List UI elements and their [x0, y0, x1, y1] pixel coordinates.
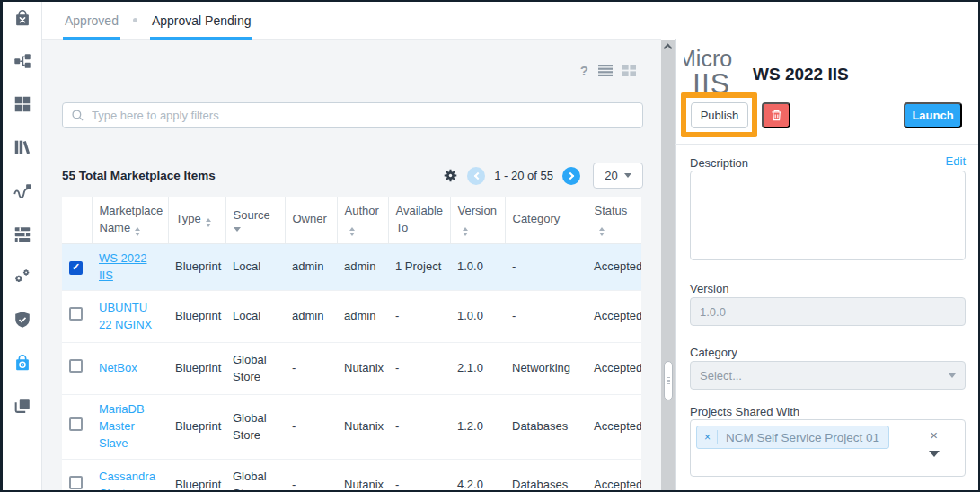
column-header-source[interactable]: Source — [225, 197, 285, 243]
row-checkbox[interactable] — [69, 359, 83, 373]
cell-name: Cassandra Cluster — [92, 459, 168, 492]
sidebar-item-runbooks[interactable] — [13, 180, 32, 200]
apps-grid-icon — [13, 94, 32, 114]
tab-approved[interactable]: Approved — [63, 2, 120, 40]
table-settings-gear-icon[interactable] — [443, 168, 458, 183]
app-window: Approved Approval Pending ? 55 Tot — [0, 0, 980, 492]
remove-tag-icon[interactable]: × — [704, 431, 711, 444]
table-row[interactable]: Cassandra ClusterBlueprintGlobal Store-N… — [62, 459, 641, 492]
version-input[interactable] — [690, 297, 966, 326]
tab-separator-dot — [133, 18, 137, 22]
cell-status: Accepted — [587, 459, 641, 492]
cell-source: Local — [225, 243, 285, 291]
delete-button[interactable] — [762, 102, 790, 128]
column-header-type[interactable]: Type — [168, 197, 225, 243]
column-header-available-to: Available To — [388, 197, 450, 243]
scrollbar-thumb[interactable] — [664, 361, 673, 400]
view-tools: ? — [580, 63, 636, 78]
item-logo-text-bottom: IIS — [693, 67, 740, 94]
cell-author: Nutanix — [337, 343, 388, 395]
sidebar-item-settings[interactable] — [13, 267, 32, 286]
projects-multiselect[interactable]: × NCM Self Service Project 01 × — [690, 419, 966, 477]
category-select[interactable]: Select... — [690, 361, 966, 390]
table-row[interactable]: UBUNTU 22 NGINXBlueprintLocaladminadmin-… — [62, 291, 641, 343]
page-size-value: 20 — [605, 169, 617, 182]
cell-available-to: - — [388, 343, 450, 395]
marketplace-item-link[interactable]: NetBox — [99, 361, 137, 374]
cell-category: Databases — [505, 395, 587, 460]
cell-status: Accepted — [587, 343, 641, 395]
detail-panel: Micro IIS WS 2022 IIS Publish Launch Des… — [675, 2, 978, 490]
row-checkbox[interactable] — [69, 476, 83, 489]
cell-owner: - — [285, 459, 337, 492]
sidebar-item-projects[interactable] — [13, 396, 32, 416]
tab-bar: Approved Approval Pending — [42, 2, 661, 40]
sidebar-item-library[interactable] — [13, 137, 32, 157]
tab-approval-pending-label: Approval Pending — [152, 13, 252, 28]
sidebar-item-infrastructure[interactable] — [13, 224, 32, 243]
stacked-squares-icon — [13, 396, 32, 416]
sidebar-item-policies[interactable] — [13, 310, 32, 329]
edit-link[interactable]: Edit — [946, 154, 966, 168]
chevron-down-icon[interactable] — [929, 451, 940, 457]
cell-version: 2.1.0 — [450, 343, 505, 395]
publish-button[interactable]: Publish — [691, 102, 748, 128]
marketplace-item-link[interactable]: WS 2022 IIS — [99, 251, 146, 282]
column-header-owner: Owner — [285, 197, 337, 243]
row-checkbox[interactable]: ✓ — [69, 261, 83, 275]
cell-status: Accepted — [587, 243, 641, 291]
help-icon[interactable]: ? — [580, 63, 588, 78]
grid-view-icon[interactable] — [622, 65, 636, 76]
cell-available-to: - — [388, 291, 450, 343]
table-row[interactable]: MariaDB Master SlaveBlueprintGlobal Stor… — [62, 395, 641, 460]
column-header-version[interactable]: Version — [450, 197, 505, 243]
checkbox-cell — [62, 395, 92, 460]
item-title: WS 2022 IIS — [753, 65, 849, 84]
sidebar-item-marketplace[interactable] — [13, 8, 32, 28]
table-row[interactable]: ✓WS 2022 IISBlueprintLocaladminadmin1 Pr… — [62, 243, 641, 291]
column-header-status[interactable]: Status — [587, 197, 641, 243]
projects-shared-label: Projects Shared With — [690, 405, 799, 418]
item-logo: Micro IIS — [684, 47, 740, 94]
prev-page-button[interactable] — [467, 167, 485, 185]
sidebar-item-blueprints[interactable] — [13, 51, 32, 71]
column-header-author[interactable]: Author — [337, 197, 388, 243]
clear-selection-icon[interactable]: × — [930, 427, 938, 443]
marketplace-item-link[interactable]: MariaDB Master Slave — [99, 402, 145, 450]
cell-owner: - — [285, 343, 337, 395]
select-all-column-header — [62, 197, 92, 243]
row-checkbox[interactable] — [69, 307, 83, 321]
column-label: Author — [345, 204, 379, 217]
sidebar-item-applications[interactable] — [13, 94, 32, 114]
tab-approval-pending[interactable]: Approval Pending — [150, 2, 253, 40]
description-label: Description — [690, 156, 748, 170]
bag-x-icon — [13, 8, 32, 28]
cell-source: Local — [225, 291, 285, 343]
list-view-icon[interactable] — [598, 65, 613, 76]
cell-available-to: - — [388, 395, 450, 460]
description-textarea[interactable] — [690, 171, 966, 260]
row-checkbox[interactable] — [69, 417, 83, 431]
launch-button[interactable]: Launch — [904, 102, 962, 128]
table-row[interactable]: NetBoxBlueprintGlobal Store-Nutanix-2.1.… — [62, 343, 641, 395]
column-label: Category — [513, 212, 561, 225]
filter-bar — [62, 102, 643, 128]
cell-owner: - — [285, 395, 337, 460]
sidebar-item-marketplace-manager[interactable] — [13, 353, 32, 373]
cell-category: - — [505, 291, 587, 343]
scroll-up-arrow-icon[interactable] — [664, 44, 673, 53]
next-page-button[interactable] — [562, 167, 580, 185]
cell-type: Blueprint — [168, 459, 225, 492]
marketplace-item-link[interactable]: Cassandra Cluster — [99, 470, 155, 492]
cell-available-to: - — [388, 459, 450, 492]
cell-type: Blueprint — [168, 243, 225, 291]
page-size-dropdown[interactable]: 20 — [593, 163, 643, 189]
category-label: Category — [690, 346, 737, 359]
filter-input[interactable] — [92, 109, 634, 122]
vertical-scrollbar[interactable] — [661, 40, 675, 492]
column-header-marketplace-name[interactable]: Marketplace Name — [92, 197, 168, 243]
column-label: Marketplace Name — [100, 204, 163, 234]
marketplace-item-link[interactable]: UBUNTU 22 NGINX — [99, 301, 152, 331]
cell-name: MariaDB Master Slave — [92, 395, 168, 460]
sort-icon — [463, 227, 468, 236]
